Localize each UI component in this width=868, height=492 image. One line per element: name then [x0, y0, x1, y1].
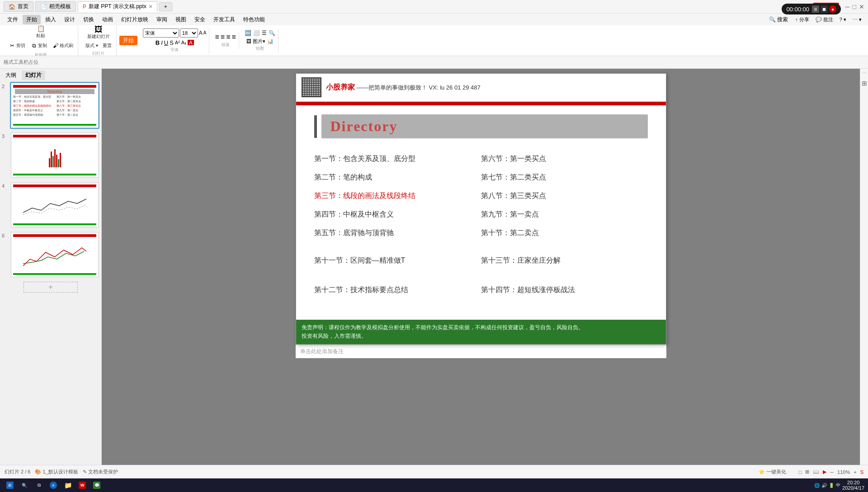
battery-icon[interactable]: 🔋 — [829, 483, 834, 488]
add-slide-button[interactable]: + — [24, 282, 78, 293]
slide-thumb-4[interactable]: 4 — [2, 181, 99, 228]
section-8[interactable]: 第八节：第三类买点 — [481, 187, 648, 205]
paste-button[interactable]: 📋 粘贴 — [34, 25, 47, 40]
justify-button[interactable]: ≡ — [232, 33, 236, 41]
bold-button[interactable]: B — [156, 39, 160, 46]
volume-icon[interactable]: 🔊 — [821, 483, 827, 488]
section-2[interactable]: 第二节：笔的构成 — [314, 168, 481, 187]
smartart-button[interactable]: 📊 — [267, 38, 274, 44]
close-button[interactable]: ✕ — [859, 3, 864, 10]
text-box-button[interactable]: 🔤 — [245, 30, 251, 36]
font-size-select[interactable]: 18 — [180, 28, 198, 38]
add-tab-button[interactable]: + — [159, 2, 172, 11]
timer-stop-button[interactable]: ⏹ — [821, 5, 828, 13]
font-color-button[interactable]: A — [188, 40, 193, 45]
tab-home[interactable]: 🏠 首页 — [4, 1, 33, 12]
section-10[interactable]: 第十节：第二卖点 — [481, 224, 648, 242]
taskbar-search[interactable]: 🔍 — [18, 481, 31, 490]
font-size-down-button[interactable]: A — [203, 30, 207, 35]
section-13[interactable]: 第十三节：庄家坐庄分解 — [481, 251, 648, 281]
ribbon-active-tab[interactable]: 开始 — [119, 36, 137, 45]
help-button[interactable]: ? ▾ — [837, 16, 849, 24]
align-center-button[interactable]: ≡ — [221, 33, 225, 41]
section-5[interactable]: 第五节：底背驰与顶背驰 — [314, 224, 481, 242]
section-7[interactable]: 第七节：第二类买点 — [481, 168, 648, 187]
align-left-button[interactable]: ≡ — [215, 33, 219, 41]
cut-button[interactable]: ✂ 剪切 — [6, 41, 27, 51]
align-right-button[interactable]: ≡ — [226, 33, 230, 41]
shape-button[interactable]: ⬜ — [253, 30, 260, 36]
menu-file[interactable]: 文件 — [4, 15, 22, 24]
slide-thumb-6[interactable]: 6 — [2, 231, 99, 278]
outline-tab[interactable]: 大纲 — [2, 71, 20, 80]
new-slide-button[interactable]: 🖼 新建幻灯片 — [85, 25, 112, 41]
menu-slideshow[interactable]: 幻灯片放映 — [118, 15, 152, 24]
menu-search[interactable]: 🔍 搜索 — [765, 15, 792, 24]
section-4[interactable]: 第四节：中枢及中枢含义 — [314, 205, 481, 224]
view-slide-sorter-button[interactable]: ⊞ — [805, 469, 809, 475]
arrange-button[interactable]: ☰ — [262, 30, 267, 36]
slide-thumb-3[interactable]: 3 — [2, 132, 99, 179]
taskbar-task-view[interactable]: ⧉ — [33, 481, 45, 490]
taskbar-wechat[interactable]: 💬 — [90, 481, 103, 490]
superscript-button[interactable]: A² — [175, 40, 180, 45]
timer-pause-button[interactable]: ⏸ — [812, 5, 819, 13]
reset-button[interactable]: 重置 — [101, 42, 113, 50]
slide-6-thumbnail[interactable] — [10, 231, 99, 278]
section-6[interactable]: 第六节：第一类买点 — [481, 150, 648, 168]
menu-dev-tools[interactable]: 开发工具 — [210, 15, 239, 24]
close-tab-icon[interactable]: ✕ — [149, 4, 152, 9]
zoom-in-button[interactable]: + — [854, 469, 856, 475]
section-14[interactable]: 第十四节：超短线涨停板战法 — [481, 281, 648, 310]
taskbar-folder[interactable]: 📁 — [61, 481, 74, 490]
share-button[interactable]: ↑ 分享 — [793, 15, 812, 24]
copy-button[interactable]: ⧉ 复制 — [28, 41, 49, 51]
timer-record-button[interactable]: ● — [829, 5, 836, 13]
format-brush-button[interactable]: 🖌 格式刷 — [50, 41, 75, 51]
comment-button[interactable]: 💬 批注 — [813, 15, 836, 24]
tab-template[interactable]: 📄 稻壳模板 — [35, 1, 76, 12]
menu-transition[interactable]: 切换 — [80, 15, 98, 24]
layout-button[interactable]: 版式 ▾ — [84, 42, 100, 50]
view-reading-button[interactable]: 📖 — [813, 469, 819, 475]
one-click-beautify[interactable]: ⭐ 一键美化 — [759, 468, 786, 475]
taskbar-start[interactable]: ⊞ — [4, 481, 16, 490]
taskbar-wps[interactable]: W — [76, 481, 89, 490]
subscript-button[interactable]: A₂ — [181, 40, 186, 46]
menu-insert[interactable]: 插入 — [42, 15, 60, 24]
view-slideshow-button[interactable]: ▶ — [823, 469, 826, 475]
slide-2-thumbnail[interactable]: Directory 第一节：包含关系及顶、底分型 第六节：第一类买点 第二节：笔… — [10, 82, 99, 129]
slides-tab[interactable]: 幻灯片 — [22, 71, 45, 80]
taskbar-clock[interactable]: 20:20 2020/4/17 — [842, 480, 864, 491]
section-1[interactable]: 第一节：包含关系及顶、底分型 — [314, 150, 481, 168]
section-11[interactable]: 第十一节：区间套—精准做T — [314, 251, 481, 281]
view-normal-button[interactable]: □ — [799, 469, 802, 475]
taskbar-edge[interactable]: e — [47, 481, 60, 490]
more-button[interactable]: ⋯ ▾ — [850, 16, 864, 24]
underline-button[interactable]: U — [164, 39, 168, 46]
slide-3-thumbnail[interactable] — [10, 132, 99, 179]
strikethrough-button[interactable]: S — [170, 39, 174, 46]
section-9[interactable]: 第九节：第一卖点 — [481, 205, 648, 224]
maximize-button[interactable]: □ — [853, 3, 856, 10]
slide-4-thumbnail[interactable] — [10, 181, 99, 228]
slide-thumb-2[interactable]: 2 Directory 第一节：包含关系及顶、底分型 第六节：第一类买点 第二节… — [2, 82, 99, 129]
font-family-select[interactable]: 宋体 — [143, 28, 179, 38]
font-size-up-button[interactable]: A — [199, 30, 203, 36]
zoom-out-button[interactable]: ─ — [830, 469, 834, 475]
minimize-button[interactable]: ─ — [845, 3, 850, 10]
sidebar-grid-button[interactable]: ⊞ — [862, 80, 867, 87]
tab-ppt-active[interactable]: P 新建 PPT 演示文稿.pptx ✕ — [78, 1, 157, 12]
find-button[interactable]: 🔍 — [269, 30, 275, 36]
menu-security[interactable]: 安全 — [191, 15, 209, 24]
network-icon[interactable]: 🌐 — [814, 483, 820, 488]
menu-view[interactable]: 视图 — [172, 15, 190, 24]
sidebar-collapse-button[interactable]: ⋮ — [862, 71, 867, 75]
notes-area[interactable]: 单击此处添加备注 — [296, 345, 666, 358]
menu-start[interactable]: 开始 — [23, 15, 41, 24]
italic-button[interactable]: I — [161, 39, 163, 46]
section-3-highlighted[interactable]: 第三节：线段的画法及线段终结 — [314, 187, 481, 205]
menu-review[interactable]: 审阅 — [153, 15, 171, 24]
menu-animation[interactable]: 动画 — [99, 15, 117, 24]
menu-design[interactable]: 设计 — [61, 15, 79, 24]
